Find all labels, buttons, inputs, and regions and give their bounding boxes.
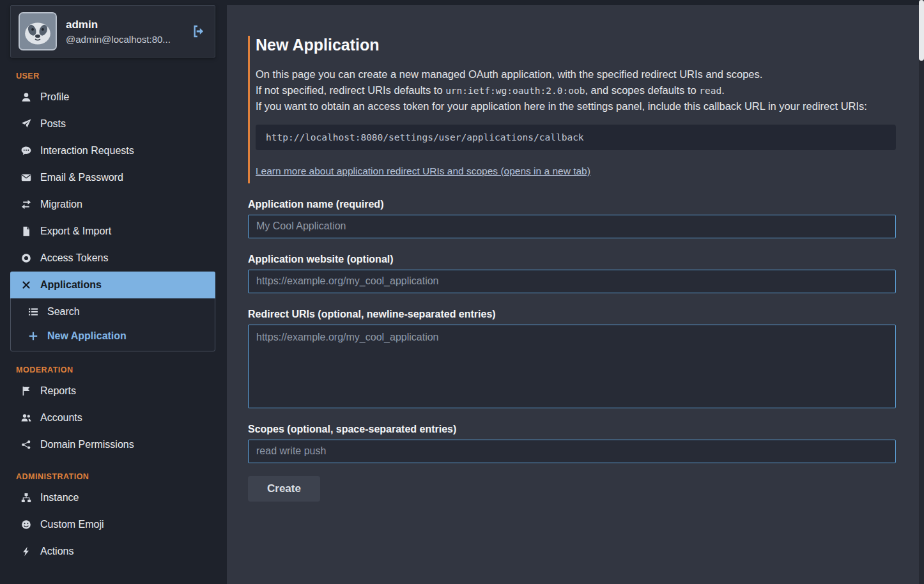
section-title: ADMINISTRATION: [16, 472, 215, 481]
application-website-input[interactable]: [248, 270, 896, 293]
applications-submenu: Search New Application: [11, 298, 215, 351]
page-header: New Application On this page you can cre…: [248, 36, 896, 183]
redirect-uris-label: Redirect URIs (optional, newline-separat…: [248, 309, 896, 320]
sidebar-item-applications-search[interactable]: Search: [11, 300, 215, 324]
share-nodes-icon: [20, 440, 32, 450]
avatar: [19, 12, 57, 50]
sidebar-section-user: USER Profile Posts: [10, 72, 215, 351]
text-segment: .: [721, 84, 725, 96]
sidebar-item-label: Export & Import: [40, 226, 111, 237]
new-application-form: Application name (required) Application …: [248, 199, 896, 502]
main-content: New Application On this page you can cre…: [227, 5, 919, 584]
sidebar-item-email-password[interactable]: Email & Password: [10, 164, 215, 191]
sidebar-item-label: Profile: [40, 91, 69, 103]
envelope-icon: [20, 173, 32, 183]
application-website-field: Application website (optional): [248, 254, 896, 293]
list-icon: [27, 307, 39, 317]
text-segment: If not specified, redirect URIs defaults…: [256, 84, 445, 96]
sidebar-item-new-application[interactable]: New Application: [11, 324, 215, 348]
sidebar-item-label: Accounts: [40, 412, 82, 424]
sidebar-item-label: Instance: [40, 492, 79, 503]
create-button[interactable]: Create: [248, 476, 320, 502]
smile-icon: [20, 519, 32, 530]
sidebar-item-instance[interactable]: Instance: [10, 484, 215, 511]
callback-url-code-block: http://localhost:8080/settings/user/appl…: [256, 125, 896, 150]
plus-icon: [27, 331, 39, 341]
arrows-right-left-icon: [20, 199, 32, 210]
intro-line-3: If you want to obtain an access token fo…: [256, 98, 896, 114]
redirect-uris-field: Redirect URIs (optional, newline-separat…: [248, 309, 896, 408]
tools-icon: [20, 280, 32, 290]
user-icon: [20, 92, 32, 102]
user-card[interactable]: admin @admin@localhost:80...: [10, 5, 215, 58]
inline-code: urn:ietf:wg:oauth:2.0:oob: [445, 86, 585, 96]
intro-line-2: If not specified, redirect URIs defaults…: [256, 82, 896, 99]
sidebar-item-label: Posts: [40, 118, 66, 130]
sidebar-section-administration: ADMINISTRATION Instance: [10, 472, 215, 565]
text-segment: , and scopes defaults to: [585, 84, 699, 96]
scopes-field: Scopes (optional, space-separated entrie…: [248, 424, 896, 463]
bolt-icon: [20, 546, 32, 557]
applications-group: Applications Search: [10, 272, 215, 351]
sidebar-item-reports[interactable]: Reports: [10, 378, 215, 404]
application-website-label: Application website (optional): [248, 254, 896, 265]
learn-more-link[interactable]: Learn more about application redirect UR…: [256, 165, 590, 176]
sidebar-item-posts[interactable]: Posts: [10, 111, 215, 137]
flag-icon: [20, 386, 32, 396]
section-title: MODERATION: [16, 365, 215, 374]
app-root: admin @admin@localhost:80... USER Profil…: [0, 0, 924, 584]
application-name-field: Application name (required): [248, 199, 896, 238]
sidebar-item-label: Email & Password: [40, 172, 123, 183]
scopes-label: Scopes (optional, space-separated entrie…: [248, 424, 896, 435]
sidebar-item-interaction-requests[interactable]: Interaction Requests: [10, 137, 215, 164]
sidebar-item-label: Access Tokens: [40, 252, 108, 264]
section-title: USER: [16, 72, 215, 81]
sidebar-item-applications[interactable]: Applications: [10, 272, 215, 298]
page-scrollbar[interactable]: [919, 0, 924, 584]
sidebar-item-export-import[interactable]: Export & Import: [10, 218, 215, 245]
intro-line-1: On this page you can create a new manage…: [256, 66, 896, 82]
sidebar-item-label: Migration: [40, 199, 82, 210]
sidebar-item-access-tokens[interactable]: Access Tokens: [10, 245, 215, 272]
callback-url: http://localhost:8080/settings/user/appl…: [266, 132, 584, 142]
application-name-label: Application name (required): [248, 199, 896, 210]
sidebar-item-profile[interactable]: Profile: [10, 84, 215, 111]
application-name-input[interactable]: [248, 215, 896, 238]
comment-dots-icon: [20, 146, 32, 156]
sidebar-item-label: Domain Permissions: [40, 439, 134, 450]
redirect-uris-textarea[interactable]: [248, 325, 896, 408]
sidebar-item-custom-emoji[interactable]: Custom Emoji: [10, 511, 215, 538]
sidebar-item-label: New Application: [47, 330, 127, 342]
sidebar: admin @admin@localhost:80... USER Profil…: [0, 0, 227, 584]
sidebar-item-label: Custom Emoji: [40, 519, 104, 530]
user-name: admin: [66, 19, 181, 31]
page-title: New Application: [256, 36, 896, 54]
sidebar-section-moderation: MODERATION Reports Accounts: [10, 365, 215, 458]
user-handle: @admin@localhost:80...: [66, 34, 181, 45]
sidebar-item-domain-permissions[interactable]: Domain Permissions: [10, 431, 215, 458]
user-info: admin @admin@localhost:80...: [66, 19, 181, 45]
sidebar-item-accounts[interactable]: Accounts: [10, 404, 215, 431]
logout-icon[interactable]: [190, 24, 207, 38]
inline-code: read: [699, 86, 721, 96]
sidebar-item-label: Interaction Requests: [40, 145, 134, 157]
sidebar-item-migration[interactable]: Migration: [10, 191, 215, 218]
scopes-input[interactable]: [248, 440, 896, 463]
sitemap-icon: [20, 493, 32, 503]
sidebar-item-label: Actions: [40, 546, 73, 557]
scrollbar-thumb[interactable]: [919, 0, 924, 61]
learn-more-row: Learn more about application redirect UR…: [256, 165, 896, 183]
sidebar-item-label: Reports: [40, 385, 76, 397]
users-icon: [20, 413, 32, 423]
paper-plane-icon: [20, 119, 32, 129]
sidebar-item-actions[interactable]: Actions: [10, 538, 215, 565]
token-icon: [20, 253, 32, 263]
sidebar-item-label: Applications: [40, 279, 102, 291]
file-export-icon: [20, 226, 32, 236]
sidebar-item-label: Search: [47, 306, 80, 318]
